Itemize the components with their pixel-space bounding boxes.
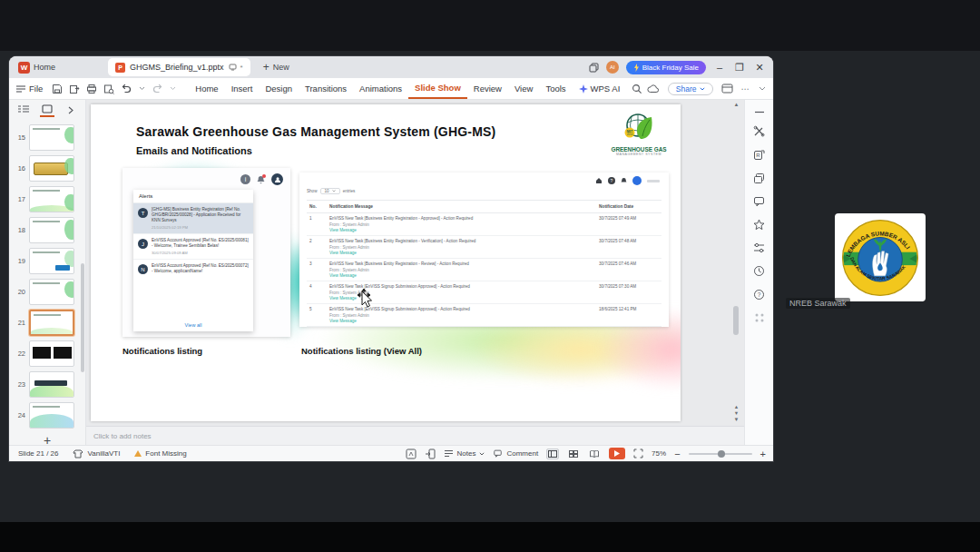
expand-panel-icon[interactable]	[64, 103, 78, 117]
slide-thumbnail[interactable]	[29, 371, 74, 398]
fullscreen-icon[interactable]	[633, 448, 643, 458]
slide-thumb-row[interactable]: 20	[9, 279, 82, 305]
slide-thumb-row[interactable]: 21	[9, 310, 82, 336]
slideshow-play-button[interactable]	[609, 448, 625, 459]
slide-thumb-row[interactable]: 22	[9, 340, 82, 367]
undo-icon[interactable]	[121, 84, 132, 94]
zoom-slider-knob[interactable]	[718, 450, 725, 458]
slide-thumb-row[interactable]: 15	[9, 124, 82, 151]
document-tab[interactable]: P GHGMS_Briefing_v1.pptx *	[108, 58, 250, 76]
home-tab[interactable]: W Home	[9, 56, 64, 78]
alert-item[interactable]: J EnVISS Account Approved [Ref No. ES/20…	[133, 234, 253, 260]
cloud-sync-icon[interactable]	[647, 84, 660, 94]
alert-item[interactable]: N EnVISS Account Approved [Ref No. ES/20…	[133, 260, 253, 278]
settings-sliders-icon[interactable]	[753, 242, 765, 253]
canvas-scrollbar[interactable]: ▲ ▲ ▼ ▼	[731, 102, 741, 424]
participant-video-tile[interactable]: LEMBAGA SUMBER ASLI DAN ALAM SEKITAR SAR…	[835, 213, 926, 301]
prev-slide-icon[interactable]: ▲	[734, 404, 739, 409]
slide-thumbnail[interactable]	[29, 186, 74, 212]
next-slide-icon[interactable]: ▼	[734, 410, 739, 416]
zoom-out-button[interactable]: −	[674, 448, 680, 459]
windows-stack-icon[interactable]	[589, 63, 599, 73]
apps-grid-icon[interactable]	[754, 312, 765, 323]
comment-toggle[interactable]: Comment	[493, 449, 538, 458]
search-icon[interactable]	[632, 84, 642, 94]
tab-home[interactable]: Home	[189, 78, 224, 99]
redo-icon[interactable]	[152, 84, 163, 94]
alert-item[interactable]: T [GHG-MS] Business Entity Registration …	[133, 203, 253, 234]
help-circle-icon[interactable]: ?	[753, 289, 765, 301]
tab-review[interactable]: Review	[467, 78, 508, 99]
collapse-sidebar-icon[interactable]	[754, 111, 765, 113]
undo-dropdown-icon[interactable]	[139, 86, 145, 91]
exit-view-icon[interactable]	[425, 448, 436, 459]
slide-thumbnail[interactable]	[29, 124, 74, 151]
font-missing-warning[interactable]: Font Missing	[134, 449, 186, 458]
zoom-level[interactable]: 75%	[652, 449, 666, 458]
tab-wps-ai[interactable]: WPS AI	[573, 84, 627, 94]
notes-toggle[interactable]: Notes	[444, 449, 485, 458]
slide-thumbnail[interactable]	[29, 155, 74, 182]
scroll-down-icon[interactable]: ▼	[734, 417, 740, 422]
panel-scrollbar[interactable]	[81, 263, 84, 372]
slide-panel-toggle-icon[interactable]	[406, 448, 416, 459]
tab-insert[interactable]: Insert	[225, 78, 260, 99]
account-avatar[interactable]: AI	[606, 61, 619, 74]
slide-thumb-row[interactable]: 17	[9, 186, 82, 212]
slide-thumbnail[interactable]	[29, 279, 74, 305]
file-menu[interactable]: File	[16, 84, 43, 94]
save-icon[interactable]	[52, 84, 63, 94]
tab-slide-show[interactable]: Slide Show	[408, 78, 467, 99]
slide-thumbnail[interactable]	[29, 217, 74, 243]
slide-view-icon[interactable]	[40, 103, 54, 117]
slide-sorter-view-button[interactable]	[567, 448, 580, 459]
redo-dropdown-icon[interactable]	[170, 86, 176, 91]
scrollbar-thumb[interactable]	[733, 306, 739, 335]
slide-thumbnail[interactable]	[29, 248, 74, 274]
reading-view-button[interactable]	[588, 448, 601, 459]
new-tab-button[interactable]: + New	[263, 61, 289, 74]
slide-thumb-row[interactable]: 24	[9, 402, 82, 429]
tab-transitions[interactable]: Transitions	[299, 78, 353, 99]
view-message-link[interactable]: View Message	[329, 228, 593, 232]
slide-thumb-row[interactable]: 23	[9, 371, 82, 398]
tab-view[interactable]: View	[508, 78, 539, 99]
ribbon-layout-icon[interactable]	[721, 84, 733, 94]
restore-button[interactable]: ❐	[733, 62, 746, 74]
tab-animations[interactable]: Animations	[353, 78, 408, 99]
promo-button[interactable]: Black Friday Sale	[626, 61, 706, 74]
tab-tools[interactable]: Tools	[539, 78, 572, 99]
close-button[interactable]: ✕	[753, 62, 766, 74]
notes-bar[interactable]: Click to add notes	[86, 426, 744, 445]
view-message-link[interactable]: View Message	[329, 319, 593, 323]
view-message-link[interactable]: View Message	[329, 273, 593, 278]
share-button[interactable]: Share	[668, 83, 713, 95]
device-sync-icon[interactable]	[229, 64, 237, 71]
outline-view-icon[interactable]	[16, 103, 31, 117]
view-message-link[interactable]: View Message	[329, 251, 593, 255]
collapse-ribbon-icon[interactable]	[759, 86, 766, 91]
current-slide[interactable]: Sarawak Greenhouse Gas Management System…	[91, 104, 681, 421]
star-icon[interactable]	[753, 219, 765, 231]
slide-thumbnail[interactable]	[29, 340, 74, 367]
scroll-up-icon[interactable]: ▲	[731, 102, 741, 107]
view-all-link[interactable]: View all	[133, 319, 253, 331]
tab-design[interactable]: Design	[259, 78, 299, 99]
history-clock-icon[interactable]	[753, 265, 765, 277]
theme-indicator[interactable]: VanillaVTI	[73, 449, 120, 458]
export-icon[interactable]	[69, 84, 80, 94]
layers-icon[interactable]	[753, 172, 765, 184]
slide-thumb-row[interactable]: 18	[9, 217, 82, 243]
slide-thumb-row[interactable]: 19	[9, 248, 82, 274]
comment-icon[interactable]	[753, 196, 765, 207]
print-preview-icon[interactable]	[103, 84, 114, 94]
entries-select[interactable]: 10	[320, 188, 340, 194]
normal-view-button[interactable]	[546, 448, 559, 459]
zoom-slider[interactable]	[689, 453, 752, 455]
slide-thumbnail[interactable]	[29, 402, 74, 429]
slide-thumb-row[interactable]: 16	[9, 155, 82, 182]
resume-assistant-icon[interactable]: R	[753, 149, 765, 161]
zoom-in-button[interactable]: +	[760, 448, 766, 459]
tools-icon[interactable]	[753, 125, 765, 137]
minimize-button[interactable]: –	[713, 62, 726, 73]
